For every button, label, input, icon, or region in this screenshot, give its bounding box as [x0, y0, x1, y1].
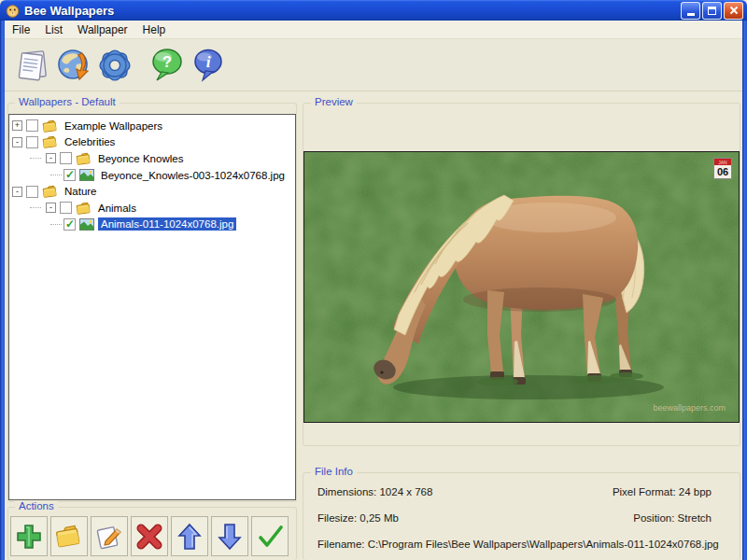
folder-icon [42, 135, 58, 148]
calendar-date-badge: JAN 06 [713, 158, 732, 179]
help-balloon-icon: ? [148, 46, 187, 85]
menu-wallpaper[interactable]: Wallpaper [70, 21, 135, 38]
svg-text:i: i [206, 53, 211, 71]
add-button[interactable] [10, 516, 48, 556]
filename-value: Filename: C:\Program Files\Bee Wallpaper… [317, 539, 719, 550]
delete-button[interactable] [131, 516, 168, 556]
tree-item-label[interactable]: Beyonce_Knowles-003-1024x0768.jpg [98, 169, 288, 182]
checkbox[interactable] [60, 202, 72, 214]
expander-icon[interactable]: - [12, 137, 22, 147]
checkbox[interactable] [26, 186, 38, 198]
minimize-button[interactable] [681, 2, 700, 20]
checkbox-checked[interactable] [63, 218, 76, 231]
delete-icon [135, 523, 163, 551]
image-file-icon [79, 169, 94, 181]
actions-toolbar [10, 516, 289, 556]
horse-photo [304, 152, 739, 422]
tree-connector [50, 175, 62, 175]
folder-icon [42, 119, 58, 133]
menu-file[interactable]: File [5, 21, 37, 38]
tree-item-label[interactable]: Beyonce Knowles [95, 152, 186, 165]
help-button[interactable]: ? [147, 44, 188, 87]
toolbar: ? i [5, 39, 742, 91]
tree-row-beyonce-knowles[interactable]: - Beyonce Knowles [9, 150, 295, 167]
filesize-value: Filesize: 0,25 Mb [317, 512, 399, 524]
svg-text:?: ? [162, 53, 172, 71]
tree-row-animals-file-selected[interactable]: Animals-011-1024x0768.jpg [9, 217, 295, 233]
menu-help[interactable]: Help [135, 21, 174, 38]
tree-row-beyonce-file[interactable]: Beyonce_Knowles-003-1024x0768.jpg [9, 167, 295, 184]
tree-connector [50, 224, 62, 225]
tree-row-animals[interactable]: - Animals [9, 200, 295, 217]
calendar-month-band: JAN [714, 159, 731, 165]
checkbox-checked[interactable] [63, 169, 76, 181]
position-value: Position: Stretch [633, 512, 712, 524]
tree-connector [30, 158, 41, 159]
bee-app-icon [6, 4, 20, 18]
expander-icon[interactable]: + [12, 120, 22, 131]
window-title: Bee Wallpapers [24, 4, 679, 18]
calendar-day: 06 [714, 165, 731, 178]
documents-icon [13, 46, 52, 85]
tree-item-label[interactable]: Celebrities [62, 135, 118, 148]
minimize-icon [687, 13, 695, 16]
tree-item-label[interactable]: Example Wallpapers [62, 119, 165, 133]
watermark-text: beewallpapers.com [653, 403, 726, 413]
tree-item-label[interactable]: Animals-011-1024x0768.jpg [98, 217, 236, 231]
wallpaper-tree[interactable]: + Example Wallpapers - Celebrities - Bey… [8, 114, 296, 500]
edit-button[interactable] [91, 516, 128, 556]
apply-check-icon [256, 523, 284, 551]
edit-icon [94, 523, 124, 551]
menu-bar: File List Wallpaper Help [5, 21, 742, 39]
apply-button[interactable] [251, 516, 289, 556]
window-frame-right [742, 21, 747, 560]
file-info-group-label: File Info [311, 466, 357, 477]
tree-row-nature[interactable]: - Nature [9, 183, 295, 200]
wallpaper-list-button[interactable] [12, 44, 53, 87]
actions-group-label: Actions [15, 500, 58, 511]
image-file-icon [79, 218, 94, 231]
move-down-icon [216, 522, 244, 552]
move-up-icon [176, 522, 204, 552]
tree-item-label[interactable]: Animals [95, 202, 139, 215]
tree-item-label[interactable]: Nature [62, 185, 100, 198]
title-bar: Bee Wallpapers [0, 0, 747, 21]
checkbox[interactable] [26, 136, 38, 148]
new-folder-icon [54, 523, 84, 551]
settings-gear-icon [95, 46, 134, 85]
pixel-format-value: Pixel Format: 24 bpp [613, 486, 712, 497]
folder-icon [76, 152, 92, 165]
new-folder-button[interactable] [50, 516, 88, 556]
checkbox[interactable] [60, 152, 72, 164]
tree-row-celebrities[interactable]: - Celebrities [9, 134, 295, 151]
preview-group-label: Preview [311, 96, 357, 107]
expander-icon[interactable]: - [46, 203, 56, 213]
tree-connector [30, 207, 41, 208]
close-button[interactable] [724, 2, 743, 20]
expander-icon[interactable]: - [12, 187, 22, 197]
folder-icon [76, 202, 92, 215]
bee-wallpapers-window: Bee Wallpapers File List Wallpaper Help [0, 0, 747, 560]
move-up-button[interactable] [171, 516, 208, 556]
about-button[interactable]: i [188, 44, 229, 87]
menu-list[interactable]: List [37, 21, 70, 38]
info-balloon-icon: i [189, 46, 228, 85]
folder-icon [42, 185, 58, 198]
checkbox[interactable] [26, 119, 38, 132]
dimensions-value: Dimensions: 1024 x 768 [317, 486, 432, 497]
expander-icon[interactable]: - [46, 153, 56, 163]
close-icon [729, 6, 739, 15]
window-frame-left [0, 21, 5, 560]
maximize-icon [708, 7, 716, 15]
add-icon [15, 523, 43, 551]
tree-row-example-wallpapers[interactable]: + Example Wallpapers [9, 118, 295, 134]
settings-button[interactable] [94, 44, 135, 87]
wallpapers-group-label: Wallpapers - Default [15, 96, 120, 107]
maximize-button[interactable] [702, 2, 722, 20]
wallpaper-preview-image: JAN 06 beewallpapers.com [303, 151, 740, 423]
web-download-icon [54, 46, 93, 85]
move-down-button[interactable] [211, 516, 248, 556]
web-download-button[interactable] [53, 44, 94, 87]
